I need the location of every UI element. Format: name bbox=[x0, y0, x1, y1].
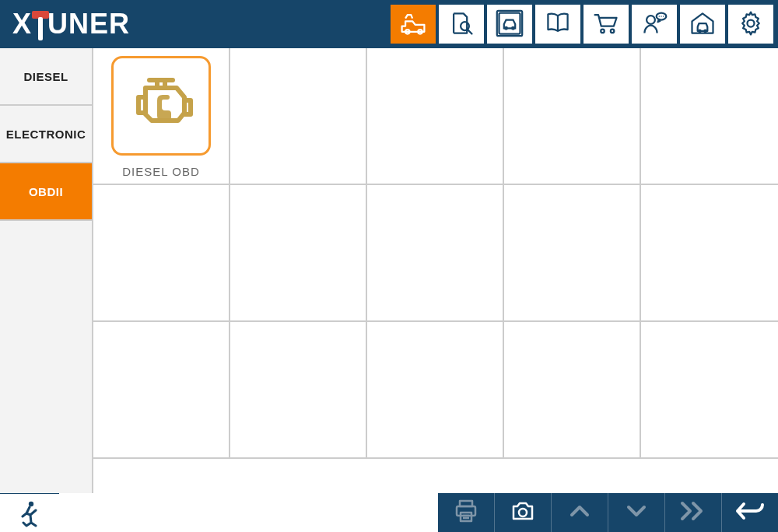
content-area: DIESEL OBD bbox=[93, 48, 778, 493]
grid-cell bbox=[641, 185, 778, 322]
sidebar-item-obdii[interactable]: OBDII bbox=[0, 163, 92, 221]
truck-icon bbox=[399, 9, 427, 40]
grid-cell bbox=[367, 185, 504, 322]
sidebar: DIESELELECTRONICOBDII bbox=[0, 48, 93, 493]
settings-icon bbox=[737, 9, 765, 40]
grid-cell bbox=[504, 185, 641, 322]
svg-point-11 bbox=[647, 16, 655, 24]
sidebar-item-electronic[interactable]: ELECTRONIC bbox=[0, 106, 92, 163]
forward-icon bbox=[678, 498, 709, 527]
svg-rect-5 bbox=[499, 12, 520, 33]
up-icon bbox=[566, 498, 593, 527]
manual-icon bbox=[544, 9, 572, 40]
sidebar-item-label: ELECTRONIC bbox=[6, 128, 86, 141]
toolbar-car-frame-button[interactable] bbox=[487, 5, 532, 44]
svg-point-14 bbox=[661, 16, 661, 16]
top-toolbar bbox=[391, 5, 773, 44]
svg-rect-21 bbox=[457, 506, 475, 516]
grid-cell bbox=[93, 322, 230, 459]
running-man-icon bbox=[16, 499, 44, 527]
bottom-nav bbox=[438, 493, 778, 532]
down-icon bbox=[623, 498, 650, 527]
toolbar-manual-button[interactable] bbox=[535, 5, 580, 44]
app-tile-diesel-engine[interactable]: DIESEL OBD bbox=[93, 48, 229, 178]
main-area: DIESELELECTRONICOBDII DIESEL OBD bbox=[0, 48, 778, 493]
toolbar-truck-button[interactable] bbox=[391, 5, 436, 44]
sidebar-item-label: OBDII bbox=[29, 185, 63, 198]
bottom-back-button[interactable] bbox=[722, 493, 778, 532]
grid-cell bbox=[641, 322, 778, 459]
svg-point-15 bbox=[663, 16, 664, 16]
bottom-camera-button[interactable] bbox=[495, 493, 551, 532]
garage-icon bbox=[689, 9, 717, 40]
brand-logo: X UNER bbox=[12, 8, 130, 40]
svg-rect-1 bbox=[38, 17, 43, 40]
toolbar-garage-button[interactable] bbox=[680, 5, 725, 44]
grid-cell bbox=[230, 48, 367, 185]
header-bar: X UNER bbox=[0, 0, 778, 48]
search-icon bbox=[447, 9, 475, 40]
toolbar-cart-button[interactable] bbox=[584, 5, 629, 44]
bottom-down-button bbox=[608, 493, 664, 532]
sidebar-item-diesel[interactable]: DIESEL bbox=[0, 48, 92, 106]
bottom-up-button bbox=[552, 493, 608, 532]
diesel-engine-icon bbox=[111, 56, 211, 156]
app-grid: DIESEL OBD bbox=[93, 48, 778, 459]
bottom-spacer bbox=[59, 493, 438, 532]
sidebar-item-label: DIESEL bbox=[23, 70, 68, 83]
car-frame-icon bbox=[496, 9, 524, 40]
svg-point-13 bbox=[659, 16, 660, 16]
bottom-print-button bbox=[438, 493, 494, 532]
svg-point-25 bbox=[519, 509, 527, 516]
svg-point-9 bbox=[601, 29, 605, 33]
svg-rect-6 bbox=[497, 10, 522, 35]
grid-cell bbox=[504, 48, 641, 185]
hammer-icon bbox=[32, 9, 49, 39]
svg-point-18 bbox=[748, 19, 755, 26]
toolbar-settings-button[interactable] bbox=[728, 5, 773, 44]
exit-button[interactable] bbox=[0, 493, 59, 532]
camera-icon bbox=[510, 498, 536, 527]
grid-cell bbox=[641, 48, 778, 185]
back-icon bbox=[733, 498, 767, 527]
print-icon bbox=[453, 498, 479, 527]
grid-cell bbox=[230, 322, 367, 459]
grid-cell bbox=[367, 322, 504, 459]
grid-cell bbox=[93, 185, 230, 322]
grid-cell bbox=[230, 185, 367, 322]
cart-icon bbox=[592, 9, 620, 40]
support-icon bbox=[640, 9, 668, 40]
svg-point-19 bbox=[29, 501, 33, 506]
svg-point-10 bbox=[611, 29, 615, 33]
svg-rect-22 bbox=[461, 513, 471, 521]
toolbar-support-button[interactable] bbox=[632, 5, 677, 44]
bottom-forward-button bbox=[665, 493, 721, 532]
brand-text: X UNER bbox=[12, 8, 130, 40]
bottom-bar bbox=[0, 493, 778, 532]
toolbar-search-button[interactable] bbox=[439, 5, 484, 44]
grid-cell bbox=[367, 48, 504, 185]
app-label: DIESEL OBD bbox=[122, 165, 199, 178]
grid-cell bbox=[504, 322, 641, 459]
grid-cell: DIESEL OBD bbox=[93, 48, 230, 185]
